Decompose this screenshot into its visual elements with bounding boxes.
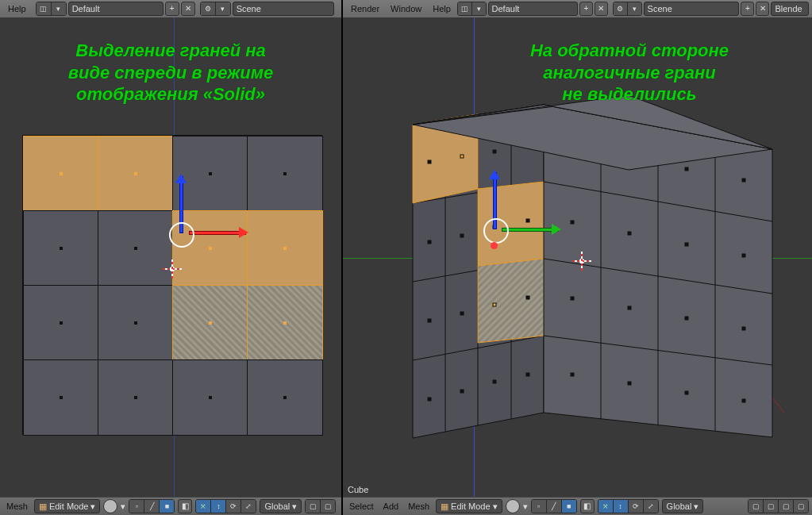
layer-buttons[interactable]: ▢ ▢ <box>305 499 336 513</box>
layout-remove-button[interactable]: ✕ <box>595 2 608 16</box>
layer-icon[interactable]: ▢ <box>794 500 808 513</box>
svg-rect-40 <box>628 232 631 235</box>
manipulator-axis-icon[interactable]: ⤧ <box>598 500 614 513</box>
svg-rect-23 <box>526 296 529 299</box>
face-select-icon[interactable]: ■ <box>160 500 174 513</box>
face-r1c0[interactable] <box>23 210 99 286</box>
scene-add-button[interactable]: + <box>741 2 754 16</box>
footer-menu-mesh[interactable]: Mesh <box>3 502 31 511</box>
face-r3c0[interactable] <box>23 359 99 436</box>
face-dot-icon <box>134 172 137 175</box>
editmode-icon: ▦ <box>441 502 448 512</box>
scene-icon-group[interactable]: ⚙ ▾ <box>200 2 231 16</box>
limit-selection-button[interactable]: ◧ <box>580 499 595 513</box>
scene-dropdown-icon[interactable]: ▾ <box>216 2 230 15</box>
footer-menu-select[interactable]: Select <box>346 502 377 511</box>
manip-x-dot-icon[interactable] <box>491 242 498 249</box>
select-mode-buttons[interactable]: ▫ ╱ ■ <box>129 499 175 513</box>
face-r2c1[interactable] <box>98 285 174 361</box>
translate-manip-icon[interactable]: ↕ <box>211 500 226 513</box>
mode-text: Edit Mode <box>451 502 491 511</box>
scene-dropdown-icon[interactable]: ▾ <box>628 2 641 15</box>
rotate-manip-icon[interactable]: ⟳ <box>226 500 241 513</box>
scale-manip-icon[interactable]: ⤢ <box>644 500 658 513</box>
svg-rect-46 <box>742 327 745 330</box>
edge-select-icon[interactable]: ╱ <box>144 500 160 513</box>
layer-icon[interactable]: ▢ <box>321 500 335 513</box>
layer-icon[interactable]: ▢ <box>749 500 764 513</box>
mode-selector[interactable]: ▦ Edit Mode ▾ <box>34 499 101 513</box>
translate-manip-icon[interactable]: ↕ <box>614 500 629 513</box>
screen-layout-buttons[interactable]: ◫ ▾ <box>36 2 67 16</box>
layout-grid-icon[interactable]: ◫ <box>458 2 472 15</box>
face-r3c2[interactable] <box>172 359 248 436</box>
editmode-icon: ▦ <box>39 502 47 512</box>
manipulator-axis-icon[interactable]: ⤧ <box>196 500 211 513</box>
scale-manip-icon[interactable]: ⤢ <box>241 500 256 513</box>
scene-name-field[interactable]: Scene <box>644 2 740 16</box>
face-select-icon[interactable]: ■ <box>562 500 576 513</box>
layout-grid-icon[interactable]: ◫ <box>37 2 52 15</box>
footer-menu-mesh[interactable]: Mesh <box>405 502 433 511</box>
face-r3c1[interactable] <box>98 359 174 436</box>
layout-add-button[interactable]: + <box>579 2 593 16</box>
layer-buttons[interactable]: ▢ ▢ ▢ ▢ <box>748 499 809 513</box>
face-r2c0[interactable] <box>23 285 99 361</box>
face-r1c3-selected[interactable] <box>247 210 323 286</box>
chevron-down-icon[interactable]: ▾ <box>523 502 528 512</box>
svg-rect-17 <box>460 234 464 237</box>
shading-mode-button[interactable] <box>506 499 520 513</box>
face-r2c3-active[interactable] <box>247 285 323 361</box>
face-r1c2-selected[interactable] <box>172 210 248 286</box>
left-viewport-3d[interactable]: Выделение граней навиде спереди в режиме… <box>0 17 341 498</box>
layer-icon[interactable]: ▢ <box>764 500 779 513</box>
shading-mode-button[interactable] <box>103 499 117 513</box>
front-view-mesh[interactable] <box>22 135 322 435</box>
scene-browse-icon[interactable]: ⚙ <box>201 2 216 15</box>
face-r1c1[interactable] <box>98 210 174 286</box>
cursor-3d-icon <box>164 261 180 277</box>
face-r3c3[interactable] <box>247 359 323 436</box>
cursor-3d-icon <box>574 253 590 269</box>
scene-name-field[interactable]: Scene <box>233 2 334 16</box>
right-panel: Render Window Help ◫ ▾ Default + ✕ ⚙ ▾ S… <box>343 0 812 515</box>
scene-remove-button[interactable]: ✕ <box>756 2 769 16</box>
footer-menu-add[interactable]: Add <box>380 502 402 511</box>
layer-icon[interactable]: ▢ <box>779 500 794 513</box>
rotate-manip-icon[interactable]: ⟳ <box>629 500 644 513</box>
orientation-field[interactable]: Global ▾ <box>662 499 704 513</box>
screen-layout-buttons[interactable]: ◫ ▾ <box>457 2 487 16</box>
mode-selector[interactable]: ▦ Edit Mode ▾ <box>436 499 502 513</box>
layout-dropdown-icon[interactable]: ▾ <box>472 2 486 15</box>
face-r0c0-selected[interactable] <box>23 136 99 212</box>
layer-icon[interactable]: ▢ <box>306 500 321 513</box>
edge-select-icon[interactable]: ╱ <box>547 500 562 513</box>
vertex-select-icon[interactable]: ▫ <box>129 500 144 513</box>
layout-remove-button[interactable]: ✕ <box>181 2 195 16</box>
layout-add-button[interactable]: + <box>165 2 179 16</box>
svg-rect-24 <box>428 398 431 401</box>
manipulator-toggle-buttons[interactable]: ⤧ ↕ ⟳ ⤢ <box>598 499 659 513</box>
scene-browse-icon[interactable]: ⚙ <box>614 2 628 15</box>
layout-dropdown-icon[interactable]: ▾ <box>52 2 66 15</box>
menu-help[interactable]: Help <box>428 4 456 13</box>
right-viewport-3d[interactable]: На обратной сторонеаналогичные гранине в… <box>343 17 812 498</box>
menu-help[interactable]: Help <box>3 4 31 13</box>
face-r0c2[interactable] <box>172 136 248 212</box>
face-r2c2-active[interactable] <box>172 285 248 361</box>
orientation-field[interactable]: Global ▾ <box>260 499 302 513</box>
vertex-select-icon[interactable]: ▫ <box>532 500 547 513</box>
layout-name-field[interactable]: Default <box>68 2 164 16</box>
manipulator-toggle-buttons[interactable]: ⤧ ↕ ⟳ ⤢ <box>195 499 256 513</box>
render-engine-field[interactable]: Blende <box>771 2 809 16</box>
limit-selection-button[interactable]: ◧ <box>178 499 192 513</box>
face-r0c3[interactable] <box>247 136 323 212</box>
face-dot-icon <box>283 247 287 250</box>
layout-name-field[interactable]: Default <box>488 2 578 16</box>
menu-window[interactable]: Window <box>386 4 426 13</box>
select-mode-buttons[interactable]: ▫ ╱ ■ <box>531 499 577 513</box>
menu-render[interactable]: Render <box>346 4 384 13</box>
scene-icon-group[interactable]: ⚙ ▾ <box>613 2 642 16</box>
chevron-down-icon[interactable]: ▾ <box>121 502 125 512</box>
face-r0c1-selected[interactable] <box>98 136 174 212</box>
